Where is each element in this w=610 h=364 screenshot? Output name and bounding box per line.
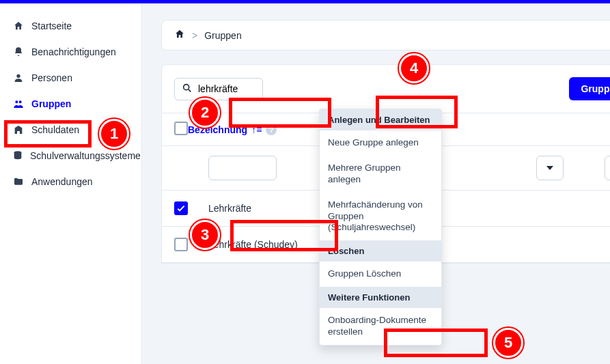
sidebar-item-label: Personen (31, 72, 72, 83)
filter-select-fach[interactable] (605, 156, 610, 180)
building-icon (12, 124, 25, 136)
chevron-down-icon (546, 166, 553, 170)
dropdown-item-gruppen-loeschen[interactable]: Gruppen Löschen (320, 262, 441, 287)
dropdown-section-header: Weitere Funktionen (320, 287, 441, 308)
search-icon (182, 83, 193, 96)
column-label: Bezeichnung (188, 124, 247, 135)
dropdown-item-onboarding[interactable]: Onboarding-Dokumente erstellen (320, 308, 441, 345)
bell-icon (12, 46, 25, 58)
sidebar-item-svs[interactable]: Schulverwaltungssysteme (0, 143, 141, 169)
dropdown-item-mehrfachaenderung[interactable]: Mehrfachänderung von Gruppen (Schuljahre… (320, 193, 441, 241)
breadcrumb-current: Gruppen (204, 30, 241, 41)
sidebar-item-label: Benachrichtigungen (31, 46, 116, 57)
dropdown-item-mehrere-gruppen[interactable]: Mehrere Gruppen anlegen (320, 156, 441, 193)
sidebar-item-label: Anwendungen (31, 176, 93, 187)
person-icon (12, 72, 25, 84)
row-checkbox[interactable] (174, 238, 188, 251)
sidebar-item-benachrichtigungen[interactable]: Benachrichtigungen (0, 39, 141, 65)
toolbar: Gruppen Tabelle (162, 77, 610, 113)
sort-asc-icon: ↑≡ (251, 124, 262, 135)
sidebar: Startseite Benachrichtigungen Personen G… (0, 3, 142, 364)
folder-icon (12, 176, 25, 188)
panel: Gruppen Tabelle Bezeichnung ↑≡ ? ruppent… (161, 64, 610, 264)
search-input[interactable] (198, 83, 260, 94)
dropdown-section-header: Löschen (320, 240, 441, 262)
sidebar-item-startseite[interactable]: Startseite (0, 13, 141, 39)
filter-select-gruppentyp[interactable] (536, 156, 564, 180)
filter-input-bezeichnung[interactable] (208, 156, 277, 180)
select-all-checkbox[interactable] (174, 122, 188, 135)
database-icon (12, 150, 23, 162)
sidebar-item-label: Gruppen (31, 98, 71, 109)
breadcrumb: > Gruppen (161, 20, 610, 51)
sidebar-item-personen[interactable]: Personen (0, 65, 141, 91)
gruppen-actions-button[interactable]: Gruppen (569, 77, 610, 100)
sidebar-item-gruppen[interactable]: Gruppen (0, 91, 141, 117)
sidebar-item-label: Schulverwaltungssysteme (30, 150, 141, 161)
help-icon[interactable]: ? (266, 124, 277, 135)
button-label: Gruppen (581, 83, 610, 94)
sidebar-item-label: Startseite (31, 20, 72, 31)
main-content: > Gruppen Gruppen Tabelle (142, 3, 610, 364)
layout: Startseite Benachrichtigungen Personen G… (0, 3, 610, 364)
actions-dropdown: Anlegen und Bearbeiten Neue Gruppe anleg… (319, 109, 442, 346)
home-icon[interactable] (174, 29, 185, 42)
sidebar-item-anwendungen[interactable]: Anwendungen (0, 169, 141, 195)
users-icon (12, 98, 25, 110)
dropdown-section-header: Anlegen und Bearbeiten (320, 109, 441, 130)
row-checkbox[interactable] (174, 201, 188, 215)
sidebar-item-label: Schuldaten (31, 124, 79, 135)
dropdown-item-neue-gruppe[interactable]: Neue Gruppe anlegen (320, 130, 441, 156)
svg-point-1 (184, 84, 189, 89)
breadcrumb-separator: > (192, 30, 197, 41)
sidebar-item-schuldaten[interactable]: Schuldaten (0, 117, 141, 143)
home-icon (12, 20, 25, 32)
search-input-wrapper[interactable] (174, 78, 263, 100)
